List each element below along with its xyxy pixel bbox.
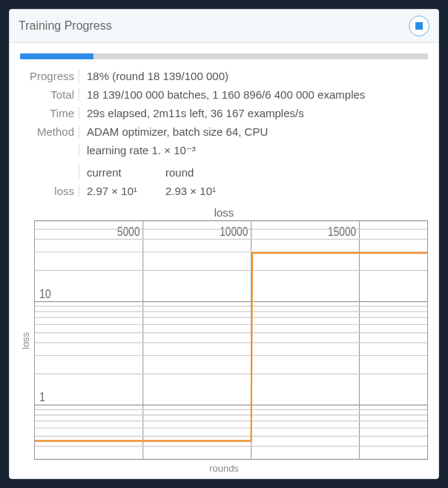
- svg-text:10000: 10000: [220, 225, 248, 238]
- chart-ylabel: loss: [20, 220, 31, 461]
- svg-text:15000: 15000: [328, 225, 356, 238]
- row-lr-label: [20, 144, 79, 157]
- chart-svg: 50001000015000110: [35, 221, 427, 459]
- progress-bar-fill: [20, 53, 93, 59]
- panel-title: Training Progress: [19, 19, 112, 33]
- row-lr-value: learning rate 1. × 10⁻³: [87, 144, 428, 157]
- row-total-value: 18 139/100 000 batches, 1 160 896/6 400 …: [87, 88, 428, 101]
- row-total-label: Total: [20, 88, 79, 101]
- row-sub-label: [20, 163, 79, 179]
- chart-plot-area[interactable]: 50001000015000110: [34, 220, 428, 460]
- stop-button[interactable]: [409, 16, 429, 36]
- loss-chart: loss loss 50001000015000110 rounds: [20, 206, 428, 474]
- svg-rect-0: [415, 22, 423, 30]
- row-method-value: ADAM optimizer, batch size 64, CPU: [87, 125, 428, 138]
- training-progress-panel: Training Progress Progress 18% (round 18…: [9, 9, 439, 479]
- row-time-label: Time: [20, 107, 79, 119]
- row-progress-label: Progress: [20, 70, 79, 82]
- row-method-label: Method: [20, 125, 79, 138]
- col-current: current: [87, 166, 143, 179]
- row-progress-value: 18% (round 18 139/100 000): [87, 70, 428, 82]
- info-table: Progress 18% (round 18 139/100 000) Tota…: [20, 70, 428, 197]
- progress-bar: [20, 53, 428, 59]
- svg-text:10: 10: [39, 287, 50, 300]
- chart-title: loss: [20, 206, 428, 219]
- stop-icon: [415, 22, 424, 30]
- row-loss-label: loss: [20, 185, 79, 197]
- loss-column-headers: current round: [87, 166, 428, 179]
- loss-round: 2.93 × 10¹: [165, 185, 222, 197]
- svg-text:5000: 5000: [117, 225, 140, 238]
- panel-body: Progress 18% (round 18 139/100 000) Tota…: [10, 43, 438, 478]
- loss-current: 2.97 × 10¹: [87, 185, 143, 197]
- row-loss-values: 2.97 × 10¹ 2.93 × 10¹: [87, 185, 428, 197]
- svg-text:1: 1: [39, 390, 45, 403]
- row-time-value: 29s elapsed, 2m11s left, 36 167 examples…: [87, 107, 428, 119]
- col-round: round: [165, 166, 222, 179]
- chart-xlabel: rounds: [20, 463, 428, 474]
- panel-header: Training Progress: [10, 10, 438, 43]
